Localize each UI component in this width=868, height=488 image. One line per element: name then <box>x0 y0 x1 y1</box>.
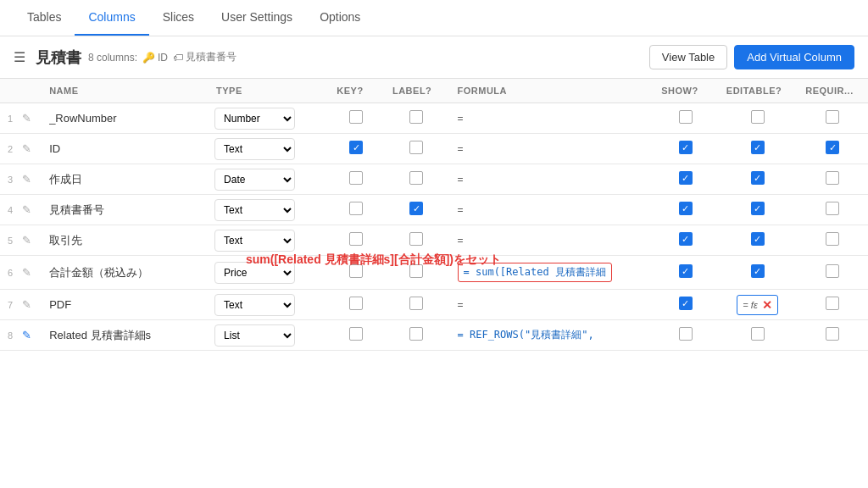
type-select[interactable]: Number <box>214 108 295 130</box>
show-checkbox-cell[interactable]: ✓ <box>653 225 718 256</box>
close-icon[interactable]: ✕ <box>762 298 772 312</box>
key-checkbox-cell[interactable] <box>328 164 384 195</box>
key-checkbox-cell[interactable] <box>328 195 384 225</box>
nav-slices[interactable]: Slices <box>149 0 208 36</box>
show-checkbox-cell[interactable]: ✓ <box>653 195 718 225</box>
editable-checkbox-cell[interactable]: = fε✕ <box>718 290 797 320</box>
edit-icon-cell[interactable]: ✎ <box>20 225 41 256</box>
require-checkbox[interactable] <box>826 202 839 215</box>
label-checkbox-cell[interactable] <box>384 103 449 134</box>
label-checkbox-cell[interactable] <box>384 134 449 164</box>
label-checkbox[interactable] <box>409 232 423 246</box>
pencil-icon[interactable]: ✎ <box>22 173 31 186</box>
label-checkbox[interactable] <box>409 141 423 154</box>
nav-options[interactable]: Options <box>306 0 374 36</box>
require-checkbox[interactable] <box>826 110 839 124</box>
require-checkbox-cell[interactable] <box>797 195 868 225</box>
formula-cell[interactable]: = REF_ROWS("見積書詳細", <box>449 320 654 351</box>
formula-cell[interactable]: = <box>449 164 654 195</box>
editable-checkbox[interactable]: ✓ <box>751 264 765 278</box>
type-select[interactable]: Text <box>214 199 295 221</box>
editable-checkbox[interactable]: ✓ <box>751 232 765 246</box>
key-checkbox-cell[interactable] <box>328 103 384 134</box>
require-checkbox-cell[interactable] <box>797 103 868 134</box>
formula-cell[interactable]: = <box>449 134 654 164</box>
editable-checkbox[interactable]: ✓ <box>751 202 765 215</box>
key-checkbox[interactable] <box>349 110 363 124</box>
editable-checkbox[interactable]: ✓ <box>751 141 765 154</box>
show-checkbox[interactable] <box>679 327 693 341</box>
show-checkbox[interactable]: ✓ <box>679 141 693 154</box>
key-checkbox-cell[interactable]: ✓ <box>328 134 384 164</box>
key-checkbox-cell[interactable] <box>328 290 384 320</box>
label-checkbox[interactable]: ✓ <box>409 202 423 215</box>
pencil-icon[interactable]: ✎ <box>22 266 31 279</box>
show-checkbox-cell[interactable] <box>653 103 718 134</box>
require-checkbox[interactable]: ✓ <box>826 141 839 154</box>
edit-icon-cell[interactable]: ✎ <box>20 290 41 320</box>
edit-icon-cell[interactable]: ✎ <box>20 164 41 195</box>
key-checkbox[interactable] <box>349 297 363 310</box>
hamburger-icon[interactable]: ☰ <box>14 49 25 65</box>
show-checkbox[interactable]: ✓ <box>679 297 693 310</box>
key-checkbox[interactable] <box>349 327 363 341</box>
edit-icon-cell[interactable]: ✎ <box>20 256 41 290</box>
require-checkbox-cell[interactable] <box>797 164 868 195</box>
require-checkbox-cell[interactable]: ✓ <box>797 134 868 164</box>
require-checkbox-cell[interactable] <box>797 320 868 351</box>
editable-checkbox-cell[interactable]: ✓ <box>718 164 797 195</box>
type-select[interactable]: List <box>214 324 295 347</box>
show-checkbox[interactable]: ✓ <box>679 264 693 278</box>
column-type-cell[interactable]: Text <box>208 195 328 225</box>
column-type-cell[interactable]: Number <box>208 103 328 134</box>
type-select[interactable]: Date <box>214 169 295 191</box>
editable-checkbox[interactable]: ✓ <box>751 171 765 185</box>
label-checkbox[interactable] <box>409 171 423 185</box>
edit-icon-cell[interactable]: ✎ <box>20 103 41 134</box>
require-checkbox[interactable] <box>826 297 839 310</box>
label-checkbox[interactable] <box>409 327 423 341</box>
column-type-cell[interactable]: Date <box>208 164 328 195</box>
label-checkbox-cell[interactable] <box>384 225 449 256</box>
show-checkbox[interactable]: ✓ <box>679 171 693 185</box>
key-checkbox-cell[interactable] <box>328 225 384 256</box>
label-checkbox-cell[interactable] <box>384 320 449 351</box>
require-checkbox[interactable] <box>826 232 839 246</box>
column-type-cell[interactable]: Text <box>208 225 328 256</box>
editable-checkbox-cell[interactable]: ✓ <box>718 225 797 256</box>
pencil-icon[interactable]: ✎ <box>22 112 31 125</box>
label-checkbox-cell[interactable]: ✓ <box>384 195 449 225</box>
formula-cell[interactable]: = <box>449 225 654 256</box>
nav-columns[interactable]: Columns <box>75 0 148 36</box>
formula-cell[interactable]: = <box>449 195 654 225</box>
formula-cell[interactable]: = <box>449 103 654 134</box>
editable-checkbox-cell[interactable]: ✓ <box>718 134 797 164</box>
editable-checkbox-cell[interactable] <box>718 103 797 134</box>
show-checkbox-cell[interactable]: ✓ <box>653 134 718 164</box>
require-checkbox-cell[interactable] <box>797 256 868 290</box>
editable-input[interactable]: = fε✕ <box>737 295 777 315</box>
require-checkbox[interactable] <box>826 171 839 185</box>
edit-icon-cell[interactable]: ✎ <box>20 134 41 164</box>
key-checkbox-cell[interactable] <box>328 320 384 351</box>
key-checkbox[interactable] <box>349 232 363 246</box>
show-checkbox-cell[interactable] <box>653 320 718 351</box>
pencil-icon[interactable]: ✎ <box>22 234 31 247</box>
require-checkbox-cell[interactable] <box>797 290 868 320</box>
editable-checkbox[interactable] <box>751 110 765 124</box>
label-checkbox-cell[interactable] <box>384 290 449 320</box>
show-checkbox[interactable] <box>679 110 693 124</box>
show-checkbox-cell[interactable]: ✓ <box>653 256 718 290</box>
view-table-button[interactable]: View Table <box>649 45 727 69</box>
formula-cell[interactable]: = <box>449 290 654 320</box>
label-checkbox-cell[interactable] <box>384 164 449 195</box>
add-virtual-column-button[interactable]: Add Virtual Column <box>734 45 854 69</box>
label-checkbox[interactable] <box>409 297 423 310</box>
key-checkbox[interactable] <box>349 202 363 215</box>
nav-tables[interactable]: Tables <box>14 0 75 36</box>
key-checkbox[interactable]: ✓ <box>349 141 363 154</box>
editable-checkbox-cell[interactable]: ✓ <box>718 256 797 290</box>
editable-checkbox[interactable] <box>751 327 765 341</box>
show-checkbox[interactable]: ✓ <box>679 202 693 215</box>
require-checkbox[interactable] <box>826 264 839 278</box>
